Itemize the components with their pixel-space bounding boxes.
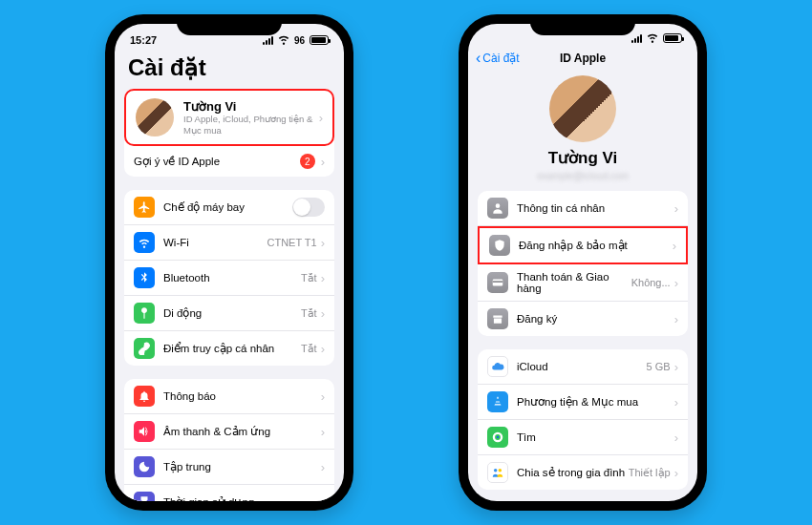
settings-row-box[interactable]: Đăng ký›	[478, 302, 688, 336]
page-title: ID Apple	[468, 52, 697, 65]
row-label: Tìm	[517, 431, 674, 443]
chevron-right-icon: ›	[321, 389, 325, 404]
chevron-right-icon: ›	[321, 495, 325, 502]
settings-row-family[interactable]: Chia sẻ trong gia đìnhThiết lập›	[478, 455, 688, 490]
wifi-status-icon	[646, 31, 659, 46]
svg-point-6	[499, 469, 502, 472]
cloud-icon	[487, 356, 508, 377]
settings-row-card[interactable]: Thanh toán & Giao hàngKhông...›	[478, 264, 688, 302]
phone-left: 15:27 96 Cài đặt Tường Vi ID Apple, iClo…	[105, 14, 353, 511]
apple-id-suggestion-row[interactable]: Gợi ý về ID Apple 2 ›	[124, 146, 334, 177]
settings-row-bell[interactable]: Thông báo›	[124, 379, 334, 414]
settings-row-airplane[interactable]: Chế độ máy bay	[124, 190, 334, 225]
chevron-right-icon: ›	[321, 460, 325, 474]
toggle-switch[interactable]	[292, 198, 325, 217]
row-value: Tắt	[301, 343, 317, 355]
notch	[530, 14, 635, 35]
svg-point-4	[497, 436, 499, 438]
screen-right: ‹ Cài đặt ID Apple Tường Vi example@iclo…	[468, 24, 697, 501]
signal-icon	[263, 36, 273, 45]
settings-row-link[interactable]: Điểm truy cập cá nhânTắt›	[124, 331, 334, 366]
chevron-right-icon: ›	[321, 306, 325, 321]
row-value: 5 GB	[647, 361, 671, 372]
row-label: Thời gian sử dụng	[163, 495, 321, 501]
profile-name: Tường Vi	[478, 148, 688, 168]
findmy-icon	[487, 427, 508, 448]
settings-row-wifi[interactable]: Wi-FiCTNET T1›	[124, 225, 334, 261]
svg-rect-1	[493, 281, 503, 283]
nav-header: ‹ Cài đặt ID Apple	[468, 47, 697, 72]
wifi-status-icon	[277, 32, 290, 48]
profile-group: Tường Vi ID Apple, iCloud, Phương tiện &…	[124, 89, 334, 177]
settings-row-antenna[interactable]: Di độngTắt›	[124, 296, 334, 331]
row-value: Tắt	[301, 307, 317, 320]
family-icon	[487, 462, 508, 483]
box-icon	[487, 308, 508, 329]
svg-point-5	[494, 469, 498, 472]
row-label: Thông tin cá nhân	[517, 202, 674, 214]
settings-row-cloud[interactable]: iCloud5 GB›	[478, 349, 688, 385]
row-label: Điểm truy cập cá nhân	[163, 342, 301, 355]
row-label: Tập trung	[163, 460, 321, 473]
profile-subtitle: ID Apple, iCloud, Phương tiện & Mục mua	[183, 114, 319, 136]
row-label: Gợi ý về ID Apple	[134, 155, 300, 168]
speaker-icon	[134, 421, 155, 442]
row-label: Đăng ký	[517, 313, 674, 325]
settings-row-bluetooth[interactable]: BluetoothTắt›	[124, 261, 334, 296]
chevron-right-icon: ›	[321, 425, 325, 439]
connectivity-group: Chế độ máy bayWi-FiCTNET T1›BluetoothTắt…	[124, 190, 334, 366]
notification-badge: 2	[300, 154, 315, 169]
row-label: iCloud	[517, 361, 647, 372]
row-label: Wi-Fi	[163, 237, 267, 248]
settings-row-person[interactable]: Thông tin cá nhân›	[478, 191, 688, 226]
row-value: Thiết lập	[629, 467, 671, 479]
battery-icon	[310, 35, 329, 45]
profile-email: example@icloud.com	[478, 171, 688, 181]
row-label: Phương tiện & Mục mua	[517, 395, 674, 409]
account-group: Thông tin cá nhân›Đăng nhập & bảo mật›Th…	[478, 191, 688, 336]
row-label: Chia sẻ trong gia đình	[517, 466, 629, 479]
status-time: 15:27	[130, 34, 157, 46]
avatar-large[interactable]	[549, 75, 616, 142]
battery-pct: 96	[294, 35, 305, 46]
avatar	[136, 98, 174, 136]
chevron-right-icon: ›	[319, 111, 323, 125]
profile-header: Tường Vi example@icloud.com	[478, 72, 688, 191]
chevron-right-icon: ›	[674, 395, 678, 410]
settings-row-speaker[interactable]: Âm thanh & Cảm ứng›	[124, 414, 334, 450]
chevron-right-icon: ›	[321, 271, 325, 285]
settings-row-hourglass[interactable]: Thời gian sử dụng›	[124, 485, 334, 501]
row-label: Thanh toán & Giao hàng	[517, 271, 631, 294]
notch	[177, 14, 282, 35]
row-label: Thông báo	[163, 390, 321, 402]
screen-left: 15:27 96 Cài đặt Tường Vi ID Apple, iClo…	[115, 24, 344, 501]
chevron-right-icon: ›	[674, 360, 678, 374]
row-label: Di động	[163, 306, 301, 320]
chevron-right-icon: ›	[674, 312, 678, 326]
chevron-right-icon: ›	[673, 239, 676, 253]
row-label: Chế độ máy bay	[163, 200, 292, 214]
profile-name: Tường Vi	[183, 99, 319, 114]
bluetooth-icon	[134, 267, 155, 288]
row-value: CTNET T1	[267, 237, 316, 248]
wifi-icon	[134, 232, 155, 253]
general-group: Thông báo›Âm thanh & Cảm ứng›Tập trung›T…	[124, 379, 334, 501]
battery-icon	[663, 33, 682, 43]
row-label: Bluetooth	[163, 272, 301, 284]
link-icon	[134, 338, 155, 359]
chevron-right-icon: ›	[321, 155, 325, 169]
apple-id-row[interactable]: Tường Vi ID Apple, iCloud, Phương tiện &…	[124, 89, 334, 146]
settings-row-shield[interactable]: Đăng nhập & bảo mật›	[478, 226, 688, 264]
services-group: iCloud5 GB›Phương tiện & Mục mua›Tìm›Chi…	[478, 349, 688, 490]
antenna-icon	[134, 303, 155, 324]
row-label: Đăng nhập & bảo mật	[519, 239, 673, 252]
chevron-right-icon: ›	[321, 342, 325, 356]
settings-row-findmy[interactable]: Tìm›	[478, 420, 688, 455]
settings-row-appstore[interactable]: Phương tiện & Mục mua›	[478, 385, 688, 420]
chevron-right-icon: ›	[321, 236, 325, 250]
settings-row-moon[interactable]: Tập trung›	[124, 450, 334, 485]
bell-icon	[134, 386, 155, 407]
chevron-right-icon: ›	[674, 430, 678, 445]
moon-icon	[134, 456, 155, 477]
signal-icon	[631, 34, 642, 43]
